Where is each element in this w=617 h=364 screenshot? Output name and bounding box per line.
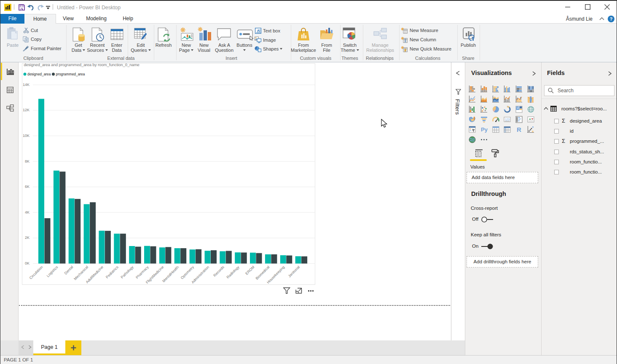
svg-text:6K: 6K [25, 185, 30, 189]
svg-text:4K: 4K [25, 210, 30, 214]
svg-text:8K: 8K [25, 159, 30, 163]
svg-text:14K: 14K [23, 83, 30, 87]
svg-text:0K: 0K [25, 261, 30, 265]
svg-text:12K: 12K [23, 108, 30, 112]
svg-text:Py: Py [481, 126, 488, 133]
svg-text:R: R [517, 126, 521, 133]
svg-text:A: A [257, 29, 260, 33]
svg-text:programmed_area: programmed_area [56, 72, 85, 76]
svg-text:123: 123 [505, 118, 510, 121]
svg-text:designed_area and programmed_a: designed_area and programmed_area by roo… [24, 63, 139, 67]
svg-text:10K: 10K [23, 134, 30, 138]
svg-text:designed_area: designed_area [27, 72, 51, 76]
svg-text:2K: 2K [25, 236, 30, 240]
